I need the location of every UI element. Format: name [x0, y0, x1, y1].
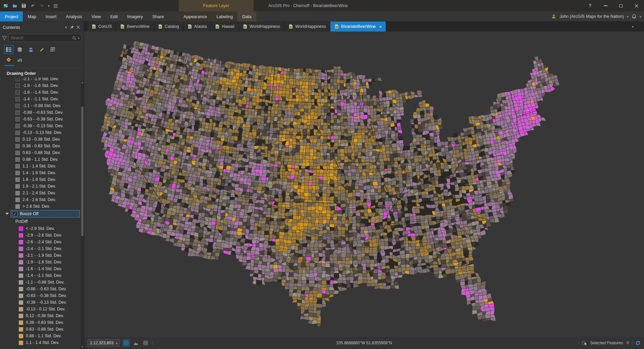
layer-item-booze-off[interactable]: ✓ Booze Off: [0, 210, 84, 218]
view-tab[interactable]: Alaska ×: [183, 21, 211, 32]
terrain-mode-icon[interactable]: [132, 340, 139, 346]
ribbon-tab[interactable]: Imagery: [122, 11, 148, 21]
scrollbar-thumb[interactable]: [81, 107, 84, 236]
quick-access-caret-icon[interactable]: ▾: [48, 4, 50, 8]
refresh-sync-icon[interactable]: [635, 340, 641, 346]
legend-class-row[interactable]: 0.88 - 1.1 Std. Dev.: [0, 333, 84, 339]
legend-class-row[interactable]: -2.1 - -1.9 Std. Dev.: [0, 252, 84, 259]
legend-class-row[interactable]: -1.6 - -1.4 Std. Dev.: [0, 265, 84, 272]
legend-class-row[interactable]: 2.4 - 2.6 Std. Dev.: [0, 196, 84, 203]
redo-icon[interactable]: ↷: [39, 3, 45, 9]
list-by-selection-icon[interactable]: [26, 45, 36, 54]
legend-class-row[interactable]: 1.4 - 1.6 Std. Dev.: [0, 169, 84, 176]
layer-visibility-checkbox[interactable]: ✓: [13, 211, 17, 216]
ribbon-tab[interactable]: Map: [23, 11, 41, 21]
legend-class-row[interactable]: 0.63 - 0.88 Std. Dev.: [0, 149, 84, 156]
layer-expander-icon[interactable]: [5, 213, 9, 215]
legend-class-row[interactable]: -2.1 - -1.9 Std. Dev.: [0, 78, 84, 82]
save-icon[interactable]: [21, 3, 27, 9]
pane-pin-icon[interactable]: [69, 24, 75, 30]
list-by-charts-icon[interactable]: [15, 55, 24, 64]
list-by-perspective-icon[interactable]: [4, 55, 13, 64]
ribbon-tab[interactable]: Edit: [106, 11, 122, 21]
pane-menu-caret-icon[interactable]: ▾: [63, 24, 69, 30]
legend-class-row[interactable]: 1.1 - 1.4 Std. Dev.: [0, 163, 84, 169]
legend-class-row[interactable]: -0.13 - 0.13 Std. Dev.: [0, 129, 84, 136]
contextual-ribbon-tab[interactable]: Appearance: [179, 11, 212, 21]
signed-in-user[interactable]: John (ArcGIS Maps for the Nation): [559, 14, 624, 19]
view-tab[interactable]: Catalog ×: [154, 21, 183, 32]
map-scale-selector[interactable]: 1:12,323,603 ▾: [88, 339, 120, 347]
legend-class-row[interactable]: 0.38 - 0.63 Std. Dev.: [0, 143, 84, 149]
legend-class-row[interactable]: -2.6 - -2.4 Std. Dev.: [0, 239, 84, 245]
notifications-bell-icon[interactable]: [632, 14, 637, 19]
maximize-button[interactable]: [613, 0, 629, 11]
contextual-ribbon-tab[interactable]: Data: [237, 11, 256, 21]
scroll-down-icon[interactable]: ▼: [81, 345, 84, 349]
legend-class-row[interactable]: -1.6 - -1.4 Std. Dev.: [0, 89, 84, 96]
search-input[interactable]: [11, 36, 71, 40]
graticule-toggle-icon[interactable]: [123, 340, 129, 346]
list-by-data-source-icon[interactable]: [15, 45, 24, 54]
legend-class-row[interactable]: -0.63 - -0.38 Std. Dev.: [0, 116, 84, 122]
legend-class-row[interactable]: -2.9 - -2.6 Std. Dev.: [0, 232, 84, 239]
selected-layer-box[interactable]: ✓ Booze Off: [11, 210, 80, 217]
close-tab-icon[interactable]: ×: [379, 24, 382, 29]
close-button[interactable]: [629, 0, 644, 11]
legend-class-row[interactable]: 0.38 - 0.63 Std. Dev.: [0, 319, 84, 326]
help-button[interactable]: ?: [582, 0, 598, 11]
legend-class-row[interactable]: -0.88 - -0.63 Std. Dev.: [0, 286, 84, 292]
search-options-caret-icon[interactable]: ▾: [78, 36, 79, 40]
legend-class-row[interactable]: -1.9 - -1.6 Std. Dev.: [0, 259, 84, 265]
legend-class-row[interactable]: -1.1 - -0.88 Std. Dev.: [0, 102, 84, 109]
tab-overflow-caret-icon[interactable]: ▾: [632, 21, 634, 32]
view-tab[interactable]: WorldHappiness ×: [284, 21, 330, 32]
grid-view-icon[interactable]: [142, 340, 149, 346]
legend-class-row[interactable]: 0.12 - 0.38 Std. Dev.: [0, 312, 84, 319]
legend-class-row[interactable]: -0.38 - -0.13 Std. Dev.: [0, 299, 84, 306]
legend-class-row[interactable]: 0.88 - 1.1 Std. Dev.: [0, 156, 84, 163]
filter-funnel-icon[interactable]: [2, 36, 7, 40]
legend-class-row[interactable]: 0.63 - 0.88 Std. Dev.: [0, 326, 84, 333]
legend-class-row[interactable]: -2.4 - -2.1 Std. Dev.: [0, 245, 84, 252]
legend-class-row[interactable]: -0.63 - -0.38 Std. Dev.: [0, 292, 84, 299]
legend-class-row[interactable]: -0.88 - -0.63 Std. Dev.: [0, 109, 84, 116]
legend-class-row[interactable]: -1.4 - -1.1 Std. Dev.: [0, 272, 84, 279]
project-icon[interactable]: [3, 3, 9, 9]
view-tab[interactable]: BeervsWine ×: [116, 21, 154, 32]
pane-close-icon[interactable]: [75, 24, 81, 30]
ribbon-collapse-caret-icon[interactable]: ▾: [640, 15, 641, 18]
legend-class-row[interactable]: > 2.6 Std. Dev.: [0, 203, 84, 210]
legend-class-row[interactable]: < -2.9 Std. Dev.: [0, 225, 84, 232]
legend-class-row[interactable]: 1.6 - 1.9 Std. Dev.: [0, 176, 84, 183]
ribbon-tab[interactable]: Project: [0, 11, 23, 21]
legend-class-row[interactable]: 2.1 - 2.4 Std. Dev.: [0, 190, 84, 196]
view-tab[interactable]: WorldHappiness ×: [239, 21, 284, 32]
view-tab[interactable]: BivariateBeerWine ×: [330, 21, 386, 32]
undo-icon[interactable]: ↶: [30, 3, 36, 9]
list-by-snapping-icon[interactable]: [48, 45, 58, 54]
search-icon[interactable]: [72, 36, 76, 40]
open-project-icon[interactable]: [12, 3, 18, 9]
view-tab[interactable]: ConUS ×: [88, 21, 116, 32]
scroll-up-icon[interactable]: ▲: [81, 81, 84, 85]
ribbon-tab[interactable]: Share: [148, 11, 169, 21]
ribbon-tab[interactable]: Analysis: [61, 11, 87, 21]
list-by-drawing-order-icon[interactable]: [4, 45, 13, 54]
customize-toolbar-icon[interactable]: [53, 3, 59, 9]
legend-class-row[interactable]: 1.1 - 1.4 Std. Dev.: [0, 339, 84, 346]
contents-scrollbar[interactable]: ▲ ▼: [81, 81, 84, 349]
ribbon-tab[interactable]: View: [87, 11, 106, 21]
legend-class-row[interactable]: 0.13 - 0.38 Std. Dev.: [0, 136, 84, 143]
legend-class-row[interactable]: -0.13 - 0.12 Std. Dev.: [0, 306, 84, 312]
legend-class-row[interactable]: -1.1 - -0.88 Std. Dev.: [0, 279, 84, 286]
legend-class-row[interactable]: 1.9 - 2.1 Std. Dev.: [0, 183, 84, 190]
list-by-editing-icon[interactable]: [37, 45, 47, 54]
legend-class-row[interactable]: -1.9 - -1.6 Std. Dev.: [0, 82, 84, 89]
ribbon-tab[interactable]: Insert: [41, 11, 61, 21]
view-tab[interactable]: Hawaii ×: [211, 21, 239, 32]
legend-class-row[interactable]: -0.38 - -0.13 Std. Dev.: [0, 122, 84, 129]
contextual-tab-group[interactable]: Feature Layer: [179, 0, 254, 11]
map-view-canvas[interactable]: [84, 32, 644, 337]
legend-class-row[interactable]: -1.4 - -1.1 Std. Dev.: [0, 96, 84, 102]
